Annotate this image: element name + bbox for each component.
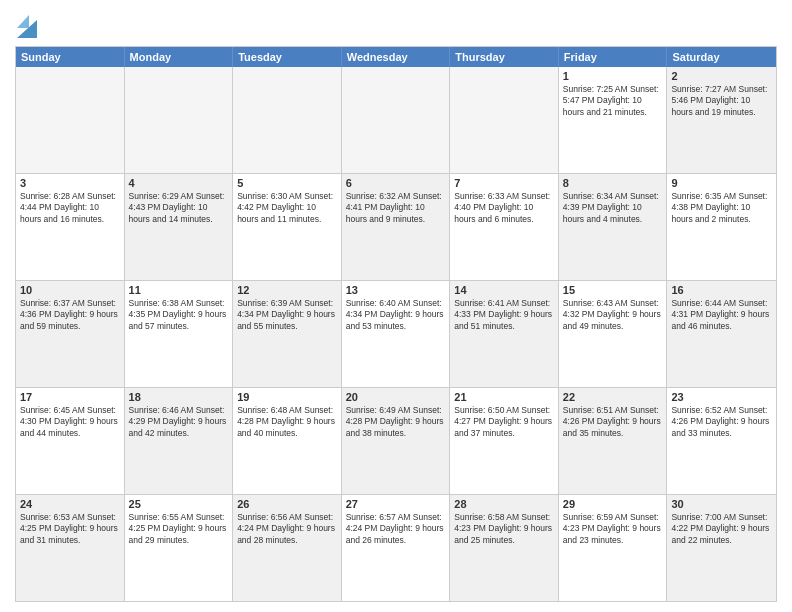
cell-info: Sunrise: 6:34 AM Sunset: 4:39 PM Dayligh… bbox=[563, 191, 663, 225]
cell-info: Sunrise: 6:53 AM Sunset: 4:25 PM Dayligh… bbox=[20, 512, 120, 546]
cell-info: Sunrise: 6:40 AM Sunset: 4:34 PM Dayligh… bbox=[346, 298, 446, 332]
cell-info: Sunrise: 6:28 AM Sunset: 4:44 PM Dayligh… bbox=[20, 191, 120, 225]
day-number: 28 bbox=[454, 498, 554, 510]
cal-cell-1-1: 4Sunrise: 6:29 AM Sunset: 4:43 PM Daylig… bbox=[125, 174, 234, 280]
cal-cell-0-3 bbox=[342, 67, 451, 173]
cell-info: Sunrise: 6:59 AM Sunset: 4:23 PM Dayligh… bbox=[563, 512, 663, 546]
day-number: 27 bbox=[346, 498, 446, 510]
cal-cell-2-5: 15Sunrise: 6:43 AM Sunset: 4:32 PM Dayli… bbox=[559, 281, 668, 387]
day-number: 17 bbox=[20, 391, 120, 403]
cal-cell-3-0: 17Sunrise: 6:45 AM Sunset: 4:30 PM Dayli… bbox=[16, 388, 125, 494]
cell-info: Sunrise: 6:32 AM Sunset: 4:41 PM Dayligh… bbox=[346, 191, 446, 225]
day-number: 24 bbox=[20, 498, 120, 510]
header-day-thursday: Thursday bbox=[450, 47, 559, 67]
day-number: 30 bbox=[671, 498, 772, 510]
cell-info: Sunrise: 6:58 AM Sunset: 4:23 PM Dayligh… bbox=[454, 512, 554, 546]
header-day-saturday: Saturday bbox=[667, 47, 776, 67]
header-day-friday: Friday bbox=[559, 47, 668, 67]
cell-info: Sunrise: 6:30 AM Sunset: 4:42 PM Dayligh… bbox=[237, 191, 337, 225]
cal-cell-0-2 bbox=[233, 67, 342, 173]
cal-cell-3-2: 19Sunrise: 6:48 AM Sunset: 4:28 PM Dayli… bbox=[233, 388, 342, 494]
day-number: 25 bbox=[129, 498, 229, 510]
cell-info: Sunrise: 6:48 AM Sunset: 4:28 PM Dayligh… bbox=[237, 405, 337, 439]
day-number: 18 bbox=[129, 391, 229, 403]
day-number: 14 bbox=[454, 284, 554, 296]
cell-info: Sunrise: 6:38 AM Sunset: 4:35 PM Dayligh… bbox=[129, 298, 229, 332]
header bbox=[15, 10, 777, 38]
cell-info: Sunrise: 6:51 AM Sunset: 4:26 PM Dayligh… bbox=[563, 405, 663, 439]
cal-cell-0-4 bbox=[450, 67, 559, 173]
day-number: 10 bbox=[20, 284, 120, 296]
header-day-tuesday: Tuesday bbox=[233, 47, 342, 67]
cell-info: Sunrise: 7:25 AM Sunset: 5:47 PM Dayligh… bbox=[563, 84, 663, 118]
day-number: 29 bbox=[563, 498, 663, 510]
cal-cell-0-6: 2Sunrise: 7:27 AM Sunset: 5:46 PM Daylig… bbox=[667, 67, 776, 173]
cal-cell-2-3: 13Sunrise: 6:40 AM Sunset: 4:34 PM Dayli… bbox=[342, 281, 451, 387]
logo-icon bbox=[17, 10, 37, 38]
calendar: SundayMondayTuesdayWednesdayThursdayFrid… bbox=[15, 46, 777, 602]
calendar-row-1: 3Sunrise: 6:28 AM Sunset: 4:44 PM Daylig… bbox=[16, 174, 776, 281]
cal-cell-4-0: 24Sunrise: 6:53 AM Sunset: 4:25 PM Dayli… bbox=[16, 495, 125, 601]
logo-text bbox=[15, 14, 37, 38]
cell-info: Sunrise: 6:46 AM Sunset: 4:29 PM Dayligh… bbox=[129, 405, 229, 439]
day-number: 26 bbox=[237, 498, 337, 510]
cell-info: Sunrise: 6:35 AM Sunset: 4:38 PM Dayligh… bbox=[671, 191, 772, 225]
cal-cell-4-1: 25Sunrise: 6:55 AM Sunset: 4:25 PM Dayli… bbox=[125, 495, 234, 601]
day-number: 3 bbox=[20, 177, 120, 189]
day-number: 22 bbox=[563, 391, 663, 403]
calendar-body: 1Sunrise: 7:25 AM Sunset: 5:47 PM Daylig… bbox=[16, 67, 776, 601]
day-number: 12 bbox=[237, 284, 337, 296]
cal-cell-4-5: 29Sunrise: 6:59 AM Sunset: 4:23 PM Dayli… bbox=[559, 495, 668, 601]
cell-info: Sunrise: 6:55 AM Sunset: 4:25 PM Dayligh… bbox=[129, 512, 229, 546]
calendar-row-0: 1Sunrise: 7:25 AM Sunset: 5:47 PM Daylig… bbox=[16, 67, 776, 174]
cal-cell-4-3: 27Sunrise: 6:57 AM Sunset: 4:24 PM Dayli… bbox=[342, 495, 451, 601]
cal-cell-3-3: 20Sunrise: 6:49 AM Sunset: 4:28 PM Dayli… bbox=[342, 388, 451, 494]
cal-cell-1-2: 5Sunrise: 6:30 AM Sunset: 4:42 PM Daylig… bbox=[233, 174, 342, 280]
cal-cell-4-4: 28Sunrise: 6:58 AM Sunset: 4:23 PM Dayli… bbox=[450, 495, 559, 601]
cell-info: Sunrise: 6:37 AM Sunset: 4:36 PM Dayligh… bbox=[20, 298, 120, 332]
day-number: 15 bbox=[563, 284, 663, 296]
cal-cell-3-1: 18Sunrise: 6:46 AM Sunset: 4:29 PM Dayli… bbox=[125, 388, 234, 494]
cal-cell-1-0: 3Sunrise: 6:28 AM Sunset: 4:44 PM Daylig… bbox=[16, 174, 125, 280]
header-day-sunday: Sunday bbox=[16, 47, 125, 67]
cell-info: Sunrise: 6:57 AM Sunset: 4:24 PM Dayligh… bbox=[346, 512, 446, 546]
cell-info: Sunrise: 7:27 AM Sunset: 5:46 PM Dayligh… bbox=[671, 84, 772, 118]
day-number: 16 bbox=[671, 284, 772, 296]
cell-info: Sunrise: 6:56 AM Sunset: 4:24 PM Dayligh… bbox=[237, 512, 337, 546]
day-number: 19 bbox=[237, 391, 337, 403]
cal-cell-3-6: 23Sunrise: 6:52 AM Sunset: 4:26 PM Dayli… bbox=[667, 388, 776, 494]
day-number: 23 bbox=[671, 391, 772, 403]
cal-cell-1-5: 8Sunrise: 6:34 AM Sunset: 4:39 PM Daylig… bbox=[559, 174, 668, 280]
cal-cell-4-6: 30Sunrise: 7:00 AM Sunset: 4:22 PM Dayli… bbox=[667, 495, 776, 601]
logo bbox=[15, 14, 37, 38]
cal-cell-2-0: 10Sunrise: 6:37 AM Sunset: 4:36 PM Dayli… bbox=[16, 281, 125, 387]
cal-cell-3-5: 22Sunrise: 6:51 AM Sunset: 4:26 PM Dayli… bbox=[559, 388, 668, 494]
day-number: 2 bbox=[671, 70, 772, 82]
cell-info: Sunrise: 6:44 AM Sunset: 4:31 PM Dayligh… bbox=[671, 298, 772, 332]
cell-info: Sunrise: 6:50 AM Sunset: 4:27 PM Dayligh… bbox=[454, 405, 554, 439]
cal-cell-0-1 bbox=[125, 67, 234, 173]
day-number: 9 bbox=[671, 177, 772, 189]
header-day-wednesday: Wednesday bbox=[342, 47, 451, 67]
day-number: 4 bbox=[129, 177, 229, 189]
svg-marker-1 bbox=[17, 15, 29, 28]
cell-info: Sunrise: 6:52 AM Sunset: 4:26 PM Dayligh… bbox=[671, 405, 772, 439]
day-number: 20 bbox=[346, 391, 446, 403]
cell-info: Sunrise: 6:33 AM Sunset: 4:40 PM Dayligh… bbox=[454, 191, 554, 225]
cal-cell-3-4: 21Sunrise: 6:50 AM Sunset: 4:27 PM Dayli… bbox=[450, 388, 559, 494]
cal-cell-2-2: 12Sunrise: 6:39 AM Sunset: 4:34 PM Dayli… bbox=[233, 281, 342, 387]
cal-cell-1-3: 6Sunrise: 6:32 AM Sunset: 4:41 PM Daylig… bbox=[342, 174, 451, 280]
cell-info: Sunrise: 6:29 AM Sunset: 4:43 PM Dayligh… bbox=[129, 191, 229, 225]
page: SundayMondayTuesdayWednesdayThursdayFrid… bbox=[0, 0, 792, 612]
day-number: 21 bbox=[454, 391, 554, 403]
cal-cell-1-6: 9Sunrise: 6:35 AM Sunset: 4:38 PM Daylig… bbox=[667, 174, 776, 280]
cal-cell-0-5: 1Sunrise: 7:25 AM Sunset: 5:47 PM Daylig… bbox=[559, 67, 668, 173]
day-number: 8 bbox=[563, 177, 663, 189]
cell-info: Sunrise: 6:39 AM Sunset: 4:34 PM Dayligh… bbox=[237, 298, 337, 332]
cal-cell-0-0 bbox=[16, 67, 125, 173]
cal-cell-2-1: 11Sunrise: 6:38 AM Sunset: 4:35 PM Dayli… bbox=[125, 281, 234, 387]
calendar-row-3: 17Sunrise: 6:45 AM Sunset: 4:30 PM Dayli… bbox=[16, 388, 776, 495]
day-number: 1 bbox=[563, 70, 663, 82]
cal-cell-2-4: 14Sunrise: 6:41 AM Sunset: 4:33 PM Dayli… bbox=[450, 281, 559, 387]
day-number: 6 bbox=[346, 177, 446, 189]
